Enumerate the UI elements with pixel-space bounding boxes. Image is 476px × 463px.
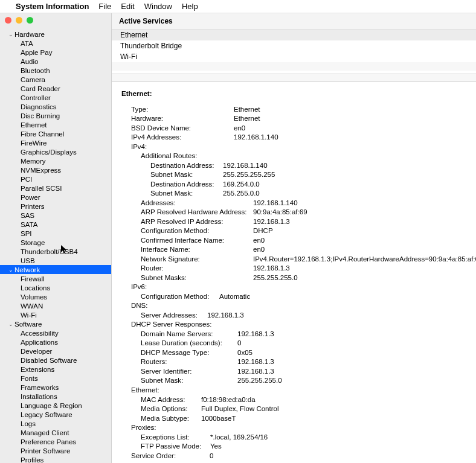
detail-key: Subnet Mask: bbox=[141, 376, 237, 386]
detail-row: Domain Name Servers:192.168.1.3 bbox=[121, 330, 466, 339]
menu-window[interactable]: Window bbox=[144, 2, 172, 11]
sidebar-item[interactable]: Legacy Software bbox=[0, 410, 111, 419]
menu-file[interactable]: File bbox=[98, 2, 111, 11]
sidebar-item[interactable]: NVMExpress bbox=[0, 165, 111, 174]
content-pane: Active Services EthernetThunderbolt Brid… bbox=[112, 13, 476, 463]
menu-edit[interactable]: Edit bbox=[121, 2, 134, 11]
sidebar-item-label: Volumes bbox=[21, 293, 47, 301]
detail-value: 255.255.255.255 bbox=[223, 170, 275, 180]
sidebar-item[interactable]: Installations bbox=[0, 392, 111, 401]
sidebar-item[interactable]: Firewall bbox=[0, 274, 111, 283]
sidebar-item-label: Diagnostics bbox=[21, 103, 56, 110]
service-row[interactable]: Wi-Fi bbox=[112, 51, 476, 62]
app-name[interactable]: System Information bbox=[16, 2, 89, 11]
sidebar-item[interactable]: Apple Pay bbox=[0, 48, 111, 57]
detail-panel[interactable]: Ethernet: Type:EthernetHardware:Ethernet… bbox=[112, 82, 476, 463]
sidebar-section-label: Software bbox=[14, 321, 42, 328]
sidebar-item-label: Controller bbox=[21, 94, 51, 101]
sidebar-item[interactable]: Frameworks bbox=[0, 383, 111, 392]
detail-value: 255.255.255.0 bbox=[253, 273, 298, 283]
sidebar-item-label: Fonts bbox=[21, 375, 38, 382]
sidebar-item[interactable]: Logs bbox=[0, 419, 111, 428]
sidebar-item[interactable]: PCI bbox=[0, 174, 111, 184]
window-controls bbox=[5, 17, 33, 24]
sidebar-item[interactable]: Wi-Fi bbox=[0, 310, 111, 319]
sidebar-item-label: ATA bbox=[21, 40, 33, 47]
sidebar-item-label: Preference Panes bbox=[21, 438, 76, 445]
sidebar-item-label: Managed Client bbox=[21, 429, 69, 436]
sidebar-item[interactable]: Card Reader bbox=[0, 84, 111, 93]
sidebar-item[interactable]: Power bbox=[0, 193, 111, 202]
detail-value: 192.168.1.140 bbox=[253, 199, 298, 208]
sidebar-item-label: Profiles bbox=[21, 456, 43, 464]
detail-key: DHCP Server Responses: bbox=[131, 320, 234, 330]
service-row[interactable]: Thunderbolt Bridge bbox=[112, 40, 476, 51]
sidebar-item[interactable]: SPI bbox=[0, 229, 111, 238]
detail-row: ARP Resolved Hardware Address:90:9a:4a:8… bbox=[121, 208, 466, 217]
sidebar-item[interactable]: Printer Software bbox=[0, 446, 111, 455]
sidebar-item-label: Legacy Software bbox=[21, 411, 72, 418]
sidebar-item[interactable]: Preference Panes bbox=[0, 437, 111, 446]
sidebar-item[interactable]: Applications bbox=[0, 337, 111, 346]
sidebar-item-label: Printer Software bbox=[21, 447, 70, 455]
sidebar-item[interactable]: Storage bbox=[0, 238, 111, 247]
sidebar-item[interactable]: FireWire bbox=[0, 138, 111, 147]
sidebar-section-software[interactable]: ⌄Software bbox=[0, 319, 111, 328]
sidebar-item[interactable]: Ethernet bbox=[0, 120, 111, 129]
sidebar-item[interactable]: Developer bbox=[0, 346, 111, 356]
detail-value: 192.168.1.3 bbox=[207, 311, 244, 321]
sidebar-item[interactable]: Disc Burning bbox=[0, 111, 111, 120]
sidebar-section-network[interactable]: ⌄Network bbox=[0, 265, 111, 274]
sidebar-item[interactable]: Parallel SCSI bbox=[0, 184, 111, 193]
sidebar-item-label: Locations bbox=[21, 284, 50, 292]
sidebar-item[interactable]: Managed Client bbox=[0, 428, 111, 437]
sidebar-item[interactable]: Controller bbox=[0, 93, 111, 102]
detail-value: Full Duplex, Flow Control bbox=[201, 404, 278, 414]
sidebar-item[interactable]: ATA bbox=[0, 39, 111, 48]
spacer bbox=[112, 62, 476, 71]
sidebar-item[interactable]: Camera bbox=[0, 75, 111, 84]
sidebar-item[interactable]: USB bbox=[0, 256, 111, 265]
sidebar-item[interactable]: Profiles bbox=[0, 455, 111, 463]
sidebar-item-label: Graphics/Displays bbox=[21, 148, 77, 156]
menu-help[interactable]: Help bbox=[182, 2, 198, 11]
sidebar-item[interactable]: SAS bbox=[0, 211, 111, 220]
detail-value: 1000baseT bbox=[201, 414, 236, 424]
detail-key: DHCP Message Type: bbox=[141, 348, 237, 358]
sidebar-item[interactable]: Volumes bbox=[0, 292, 111, 301]
service-row[interactable]: Ethernet bbox=[112, 30, 476, 40]
sidebar-item[interactable]: Printers bbox=[0, 202, 111, 211]
sidebar-item[interactable]: Diagnostics bbox=[0, 102, 111, 111]
sidebar[interactable]: ⌄HardwareATAApple PayAudioBluetoothCamer… bbox=[0, 13, 112, 463]
sidebar-item[interactable]: Language & Region bbox=[0, 401, 111, 410]
detail-key: Exceptions List: bbox=[141, 433, 210, 442]
sidebar-item[interactable]: Disabled Software bbox=[0, 356, 111, 365]
sidebar-item[interactable]: Fonts bbox=[0, 374, 111, 383]
sidebar-item[interactable]: Thunderbolt/USB4 bbox=[0, 247, 111, 256]
sidebar-item-label: Logs bbox=[21, 420, 36, 427]
sidebar-item[interactable]: Graphics/Displays bbox=[0, 147, 111, 156]
sidebar-item[interactable]: Extensions bbox=[0, 365, 111, 374]
detail-key: Addresses: bbox=[141, 199, 253, 208]
sidebar-item[interactable]: Fibre Channel bbox=[0, 129, 111, 138]
sidebar-item[interactable]: Accessibility bbox=[0, 328, 111, 337]
sidebar-item-label: Firewall bbox=[21, 275, 45, 283]
sidebar-item[interactable]: Locations bbox=[0, 283, 111, 292]
sidebar-item[interactable]: Bluetooth bbox=[0, 66, 111, 75]
detail-value: 255.255.255.0 bbox=[237, 376, 282, 386]
detail-key: Subnet Mask: bbox=[150, 189, 223, 199]
close-button[interactable] bbox=[5, 17, 11, 24]
sidebar-item[interactable]: Memory bbox=[0, 156, 111, 165]
sidebar-item[interactable]: SATA bbox=[0, 220, 111, 229]
detail-key: MAC Address: bbox=[141, 395, 201, 405]
maximize-button[interactable] bbox=[27, 17, 33, 24]
detail-row: Subnet Masks:255.255.255.0 bbox=[121, 273, 466, 283]
detail-key: Server Identifier: bbox=[141, 367, 237, 377]
minimize-button[interactable] bbox=[16, 17, 22, 24]
sidebar-item-label: Extensions bbox=[21, 366, 54, 373]
sidebar-item[interactable]: Audio bbox=[0, 57, 111, 66]
sidebar-item[interactable]: WWAN bbox=[0, 301, 111, 310]
sidebar-item-label: NVMExpress bbox=[21, 167, 61, 174]
detail-key: Network Signature: bbox=[141, 255, 253, 264]
sidebar-section-hardware[interactable]: ⌄Hardware bbox=[0, 30, 111, 39]
